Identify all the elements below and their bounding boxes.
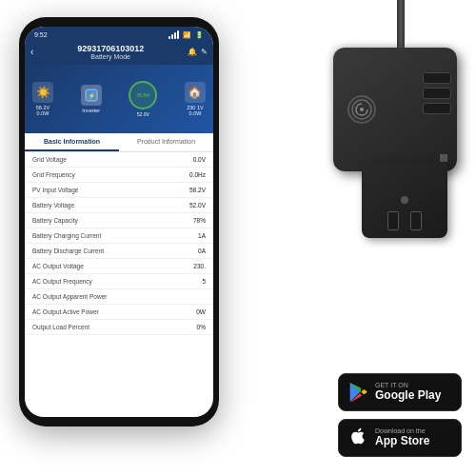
- device-port-1: [423, 72, 451, 84]
- phone-screen: 9:52 📶 🔋 ‹ 92931706103: [25, 27, 213, 417]
- device-plug: [362, 162, 447, 238]
- table-row: AC Output Active Power 0W: [25, 305, 213, 320]
- tab-basic-info[interactable]: Basic Information: [25, 133, 119, 151]
- google-play-name-label: Google Play: [375, 388, 441, 402]
- house-node: 🏠 230 1V 0.0W: [185, 82, 206, 116]
- app-store-sub-label: Download on the: [375, 427, 429, 434]
- row-label: AC Output Frequency: [32, 278, 92, 285]
- bell-icon[interactable]: 🔔: [188, 48, 197, 56]
- row-label: AC Output Active Power: [32, 308, 99, 315]
- device-port-3: [423, 103, 451, 114]
- row-value: 0.0Hz: [189, 171, 206, 178]
- inverter-node: ⚡ Inverter: [81, 85, 102, 113]
- row-value: 52.0V: [189, 202, 206, 208]
- scene: 9:52 📶 🔋 ‹ 92931706103: [0, 0, 476, 476]
- phone-header: ‹ 92931706103012 Battery Mode 🔔 ✎: [25, 41, 213, 65]
- table-row: AC Output Voltage 230.: [25, 259, 213, 274]
- app-store-name-label: App Store: [375, 434, 429, 447]
- row-label: PV Input Voltage: [32, 187, 78, 193]
- google-play-sub-label: GET IT ON: [375, 382, 441, 388]
- back-button[interactable]: ‹: [30, 47, 33, 57]
- row-label: Battery Capacity: [32, 217, 78, 224]
- device-logo: [347, 95, 376, 124]
- row-value: 0%: [197, 324, 206, 330]
- power-flow-diagram: ☀️ 58.2V 0.0W ⚡ Inverter: [25, 65, 213, 133]
- row-value: 0A: [198, 248, 206, 254]
- row-label: Battery Discharge Current: [32, 248, 104, 254]
- table-row: Grid Voltage 0.0V: [25, 152, 213, 168]
- row-label: AC Output Voltage: [32, 263, 84, 269]
- row-value: 0.0V: [193, 156, 206, 163]
- table-row: Battery Capacity 78%: [25, 213, 213, 228]
- solar-power: 0.0W: [37, 110, 50, 116]
- app-store-text: Download on the App Store: [375, 427, 429, 447]
- row-label: Grid Voltage: [32, 156, 67, 163]
- table-row: Battery Voltage 52.0V: [25, 198, 213, 213]
- tab-product-info[interactable]: Product Information: [119, 133, 213, 151]
- wifi-icon: 📶: [183, 31, 191, 39]
- battery-percent: 76.5%: [136, 92, 149, 98]
- solar-node: ☀️ 58.2V 0.0W: [32, 82, 53, 116]
- table-row: Battery Discharge Current 0A: [25, 244, 213, 259]
- battery-voltage: 52.0V: [137, 111, 149, 117]
- table-row: AC Output Apparent Power: [25, 289, 213, 305]
- svg-text:⚡: ⚡: [87, 91, 95, 100]
- phone-tabs: Basic Information Product Information: [25, 133, 213, 152]
- store-badges: GET IT ON Google Play Download on the Ap…: [338, 373, 462, 457]
- app-store-badge[interactable]: Download on the App Store: [338, 419, 462, 457]
- plug-hole: [401, 196, 408, 204]
- phone-mockup: 9:52 📶 🔋 ‹ 92931706103: [19, 17, 219, 426]
- inverter-icon: ⚡: [81, 85, 102, 106]
- table-row: Output Load Percent 0%: [25, 320, 213, 335]
- device-indicator: [440, 154, 447, 162]
- row-value: 58.2V: [189, 187, 206, 193]
- solar-icon: ☀️: [32, 82, 53, 103]
- signal-icon: [169, 30, 179, 39]
- plug-prong-left: [387, 211, 399, 230]
- device-id: 92931706103012: [77, 44, 144, 53]
- device-body: [333, 48, 457, 171]
- table-row: PV Input Voltage 58.2V: [25, 183, 213, 198]
- edit-icon[interactable]: ✎: [201, 48, 208, 56]
- apple-icon: [348, 426, 367, 450]
- svg-point-3: [360, 108, 364, 111]
- device-ports: [417, 67, 457, 120]
- status-bar: 9:52 📶 🔋: [25, 27, 213, 41]
- table-row: Battery Charging Current 1A: [25, 228, 213, 244]
- battery-circle: 76.5%: [129, 81, 157, 109]
- inverter-label: Inverter: [82, 108, 100, 113]
- row-label: Battery Charging Current: [32, 232, 101, 239]
- row-value: 5: [202, 278, 206, 285]
- row-value: 0W: [196, 308, 206, 315]
- battery-node: 76.5% 52.0V: [129, 81, 157, 117]
- row-value: 1A: [198, 232, 206, 239]
- table-row: Grid Frequency 0.0Hz: [25, 168, 213, 183]
- house-icon: 🏠: [185, 82, 206, 103]
- device-port-2: [423, 88, 451, 99]
- row-label: AC Output Apparent Power: [32, 293, 107, 300]
- time-label: 9:52: [34, 31, 48, 38]
- table-row: AC Output Frequency 5: [25, 274, 213, 289]
- row-value: 78%: [193, 217, 206, 224]
- plug-prong-right: [410, 211, 422, 230]
- row-label: Grid Frequency: [32, 171, 75, 178]
- row-label: Output Load Percent: [32, 324, 89, 330]
- google-play-icon: [348, 383, 367, 402]
- battery-icon: 🔋: [195, 31, 204, 39]
- data-table: Grid Voltage 0.0V Grid Frequency 0.0Hz P…: [25, 152, 213, 417]
- grid-power: 0.0W: [189, 110, 202, 116]
- google-play-text: GET IT ON Google Play: [375, 382, 441, 402]
- device-hardware: [286, 48, 457, 257]
- google-play-badge[interactable]: GET IT ON Google Play: [338, 373, 462, 411]
- mode-title: Battery Mode: [77, 53, 144, 60]
- row-label: Battery Voltage: [32, 202, 74, 208]
- plug-prongs: [387, 211, 422, 230]
- row-value: 230.: [193, 263, 206, 269]
